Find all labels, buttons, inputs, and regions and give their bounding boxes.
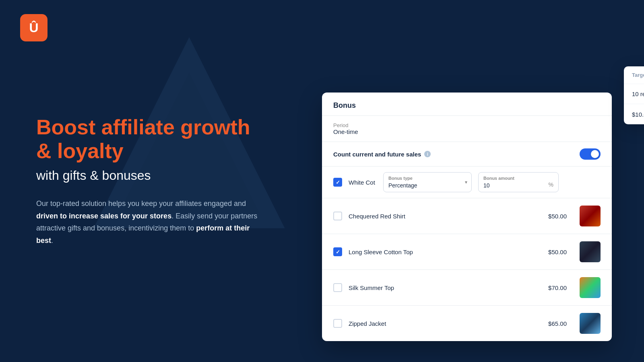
dropdown-item-commission[interactable]: $10.00 commission ▾: [624, 104, 644, 124]
checkbox-red-shirt[interactable]: [333, 212, 342, 220]
product-row-zipped-jacket: Zipped Jacket $65.00: [322, 306, 612, 341]
product-price-silk-top: $70.00: [548, 284, 567, 291]
toggle-label-container: Count current and future sales i: [333, 151, 580, 158]
period-label: Period: [333, 122, 601, 128]
product-row-long-sleeve: ✓ Long Sleeve Cotton Top $50.00: [322, 234, 612, 270]
bonus-type-label: Bonus type: [388, 176, 466, 181]
product-name-red-shirt: Chequered Red Shirt: [349, 213, 542, 220]
product-row-white-cot: ✓ White Cot Bonus type Percentage ▾ Bonu…: [322, 167, 612, 198]
bonus-header: Bonus: [322, 93, 612, 116]
product-price-long-sleeve: $50.00: [548, 249, 567, 255]
product-name-white-cot: White Cot: [349, 179, 377, 186]
period-value: One-time: [333, 128, 601, 135]
bonus-amount-field[interactable]: Bonus amount 10 %: [478, 172, 559, 192]
info-icon[interactable]: i: [424, 151, 431, 157]
checkbox-silk-top[interactable]: [333, 283, 342, 292]
percent-suffix-icon: %: [549, 181, 553, 188]
description-bold1: driven to increase sales for your stores: [36, 212, 171, 220]
toggle-switch[interactable]: [580, 148, 601, 160]
product-price-zipped-jacket: $65.00: [548, 320, 567, 327]
left-panel: Boost affiliate growth & loyalty with gi…: [20, 0, 282, 362]
product-thumb-zipped-jacket: [580, 313, 601, 334]
product-name-silk-top: Silk Summer Top: [349, 284, 542, 291]
bonus-type-value: Percentage: [388, 182, 466, 189]
description-text-end: .: [51, 237, 53, 245]
toggle-row: Count current and future sales i: [322, 142, 612, 167]
product-thumb-silk-top: [580, 277, 601, 298]
checkbox-zipped-jacket[interactable]: [333, 319, 342, 328]
product-thumb-red-shirt: [580, 206, 601, 226]
bonus-title: Bonus: [333, 101, 356, 109]
checkbox-white-cot[interactable]: ✓: [333, 178, 342, 187]
description: Our top-rated solution helps you keep yo…: [36, 197, 262, 247]
headline: Boost affiliate growth & loyalty: [36, 115, 266, 164]
toggle-knob: [591, 150, 599, 158]
bonus-type-chevron-icon: ▾: [465, 179, 467, 185]
description-text-plain: Our top-rated solution helps you keep yo…: [36, 200, 246, 208]
target-dropdown: Target 10 referrals $10.00 commission ▾: [624, 66, 644, 124]
product-name-zipped-jacket: Zipped Jacket: [349, 320, 542, 327]
period-row: Period One-time: [322, 116, 612, 142]
dropdown-item-referrals[interactable]: 10 referrals: [624, 84, 644, 104]
product-price-red-shirt: $50.00: [548, 213, 567, 220]
checkmark-icon-2: ✓: [336, 249, 340, 255]
product-thumb-long-sleeve: [580, 241, 601, 262]
subheadline: with gifts & bonuses: [36, 168, 266, 183]
bonus-type-field[interactable]: Bonus type Percentage ▾: [383, 172, 472, 192]
toggle-label-text: Count current and future sales: [333, 151, 421, 158]
bonus-amount-label: Bonus amount: [483, 176, 553, 181]
checkmark-icon: ✓: [336, 179, 340, 185]
checkbox-long-sleeve[interactable]: ✓: [333, 247, 342, 256]
product-name-long-sleeve: Long Sleeve Cotton Top: [349, 249, 542, 255]
right-panel: Target 10 referrals $10.00 commission ▾ …: [282, 0, 644, 362]
main-card: Bonus Period One-time Count current and …: [322, 93, 612, 341]
product-row-silk-top: Silk Summer Top $70.00: [322, 270, 612, 306]
bonus-amount-value: 10: [483, 182, 553, 189]
dropdown-header-label: Target: [624, 66, 644, 84]
product-row-red-shirt: Chequered Red Shirt $50.00: [322, 198, 612, 234]
